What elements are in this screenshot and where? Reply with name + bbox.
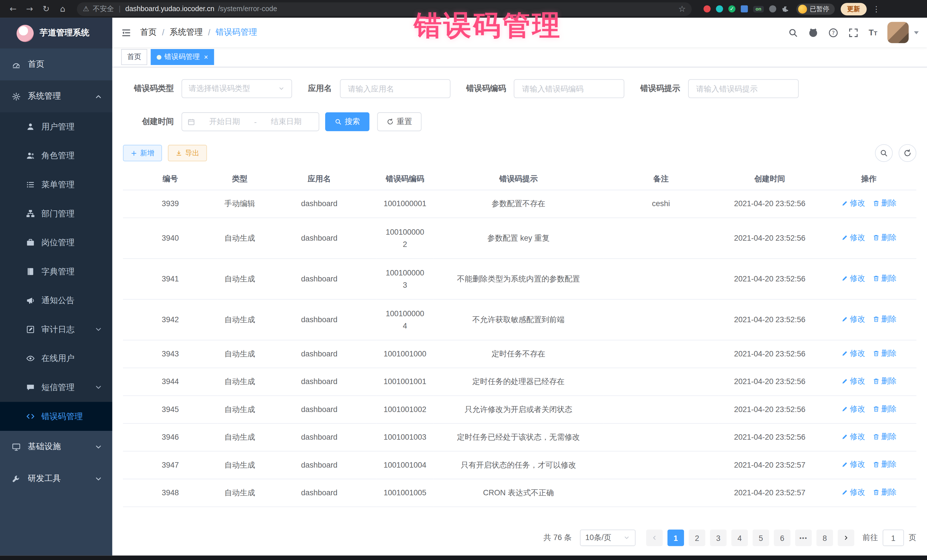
avatar-caret-icon[interactable]	[914, 31, 919, 34]
page-button-3[interactable]: 3	[710, 530, 726, 546]
edit-link[interactable]: 修改	[841, 348, 865, 359]
delete-link[interactable]: 删除	[872, 348, 897, 359]
sidebar-group-system[interactable]: 系统管理	[0, 80, 112, 112]
extensions-puzzle-icon[interactable]	[781, 5, 789, 13]
delete-link[interactable]: 删除	[872, 376, 897, 386]
refresh-table-button[interactable]	[899, 144, 916, 162]
app-name-input[interactable]	[347, 83, 443, 94]
tab-error-codes[interactable]: 错误码管理 ×	[151, 49, 214, 65]
delete-link[interactable]: 删除	[872, 459, 897, 470]
address-bar[interactable]: ⚠ 不安全 | dashboard.yudao.iocoder.cn/syste…	[77, 2, 692, 16]
delete-link[interactable]: 删除	[872, 273, 897, 284]
github-icon[interactable]	[808, 27, 818, 37]
page-content: 错误码类型 请选择错误码类型 应用名 错误码编码	[112, 67, 927, 555]
sidebar-item-roles[interactable]: 角色管理	[0, 141, 112, 170]
sidebar-item-dictionary[interactable]: 字典管理	[0, 257, 112, 286]
user-avatar[interactable]	[887, 22, 909, 43]
sidebar-item-notices[interactable]: 通知公告	[0, 286, 112, 315]
browser-forward-icon[interactable]: →	[23, 2, 37, 16]
page-button-8[interactable]: 8	[816, 530, 833, 546]
fullscreen-icon[interactable]	[849, 27, 859, 37]
delete-link[interactable]: 删除	[872, 404, 897, 414]
error-type-select[interactable]: 请选择错误码类型	[181, 79, 292, 98]
profile-status-label: 已暂停	[810, 5, 829, 14]
edit-link[interactable]: 修改	[841, 198, 865, 208]
sidebar-group-dev-tools[interactable]: 研发工具	[0, 463, 112, 495]
browser-home-icon[interactable]: ⌂	[56, 2, 70, 16]
extension-grid-icon[interactable]	[741, 5, 748, 12]
delete-link[interactable]: 删除	[872, 232, 897, 243]
breadcrumb-home[interactable]: 首页	[140, 27, 157, 38]
browser-menu-icon[interactable]: ⋮	[872, 5, 880, 14]
edit-link[interactable]: 修改	[841, 487, 865, 498]
edit-link[interactable]: 修改	[841, 314, 865, 325]
sidebar-group-infrastructure[interactable]: 基础设施	[0, 431, 112, 463]
sidebar-item-menus[interactable]: 菜单管理	[0, 170, 112, 199]
next-page-button[interactable]	[838, 530, 854, 546]
chevron-down-icon	[278, 85, 285, 92]
extension-vue-devtools-icon[interactable]: ✓	[728, 5, 736, 12]
col-header-code: 错误码编码	[377, 168, 433, 190]
prev-page-button[interactable]	[646, 530, 663, 546]
browser-back-icon[interactable]: ←	[6, 2, 20, 16]
sidebar-item-departments[interactable]: 部门管理	[0, 199, 112, 228]
extension-misc-icon[interactable]	[769, 5, 776, 12]
window-bottom-edge	[0, 555, 927, 560]
extension-record-icon[interactable]	[704, 5, 711, 12]
close-tab-icon[interactable]: ×	[204, 54, 208, 61]
page-button-4[interactable]: 4	[731, 530, 748, 546]
edit-link[interactable]: 修改	[841, 404, 865, 414]
edit-link[interactable]: 修改	[841, 376, 865, 386]
extension-teal-icon[interactable]	[716, 5, 723, 12]
col-header-msg: 错误码提示	[433, 168, 603, 190]
page-size-select[interactable]: 10条/页	[580, 530, 635, 546]
sidebar-item-online-users[interactable]: 在线用户	[0, 344, 112, 373]
browser-reload-icon[interactable]: ↻	[39, 2, 53, 16]
page-button-1[interactable]: 1	[667, 530, 684, 546]
pen-icon	[841, 461, 848, 468]
delete-link[interactable]: 删除	[872, 431, 897, 442]
trash-icon	[872, 405, 879, 413]
search-button[interactable]: 搜索	[325, 112, 369, 131]
page-button-2[interactable]: 2	[689, 530, 705, 546]
help-icon[interactable]	[828, 27, 839, 37]
tab-home[interactable]: 首页	[121, 49, 147, 65]
edit-link[interactable]: 修改	[841, 232, 865, 243]
error-hint-input[interactable]	[695, 83, 791, 94]
app-logo-row[interactable]: 芋道管理系统	[0, 18, 112, 49]
sidebar-item-error-codes[interactable]: 错误码管理	[0, 402, 112, 431]
header-search-icon[interactable]	[789, 27, 798, 37]
create-time-range-picker[interactable]: 开始日期 - 结束日期	[181, 112, 319, 131]
page-button-5[interactable]: 5	[753, 530, 769, 546]
delete-link[interactable]: 删除	[872, 198, 897, 208]
edit-link[interactable]: 修改	[841, 459, 865, 470]
sidebar-item-sms[interactable]: 短信管理	[0, 373, 112, 402]
browser-update-button[interactable]: 更新	[840, 3, 866, 15]
goto-page-input[interactable]	[883, 530, 904, 546]
bookmark-star-icon[interactable]: ☆	[678, 4, 686, 14]
sidebar-item-users[interactable]: 用户管理	[0, 112, 112, 141]
font-size-icon[interactable]: TT	[869, 28, 877, 37]
edit-link[interactable]: 修改	[841, 431, 865, 442]
monitor-icon	[12, 442, 21, 451]
trash-icon	[872, 461, 879, 468]
sidebar-item-posts[interactable]: 岗位管理	[0, 228, 112, 257]
table-row: 3943 自动生成 dashboard 1001001000 定时任务不存在 2…	[123, 340, 916, 368]
error-code-input[interactable]	[521, 83, 617, 94]
browser-profile-chip[interactable]: 已暂停	[796, 3, 834, 14]
page-button-6[interactable]: 6	[774, 530, 790, 546]
toggle-search-button[interactable]	[875, 144, 893, 162]
sidebar-item-audit-log[interactable]: 审计日志	[0, 315, 112, 344]
edit-link[interactable]: 修改	[841, 273, 865, 284]
sidebar-item-home[interactable]: 首页	[0, 49, 112, 80]
more-pages-button[interactable]: •••	[795, 530, 812, 546]
extension-toggle-icon[interactable]: on	[753, 6, 764, 12]
table-row: 3947 自动生成 dashboard 1001001004 只有开启状态的任务…	[123, 451, 916, 479]
add-button[interactable]: 新增	[123, 145, 162, 161]
export-button[interactable]: 导出	[168, 145, 207, 161]
sidebar-collapse-button[interactable]	[112, 18, 140, 47]
breadcrumb-system[interactable]: 系统管理	[170, 27, 203, 38]
delete-link[interactable]: 删除	[872, 487, 897, 498]
delete-link[interactable]: 删除	[872, 314, 897, 325]
reset-button[interactable]: 重置	[377, 112, 421, 131]
